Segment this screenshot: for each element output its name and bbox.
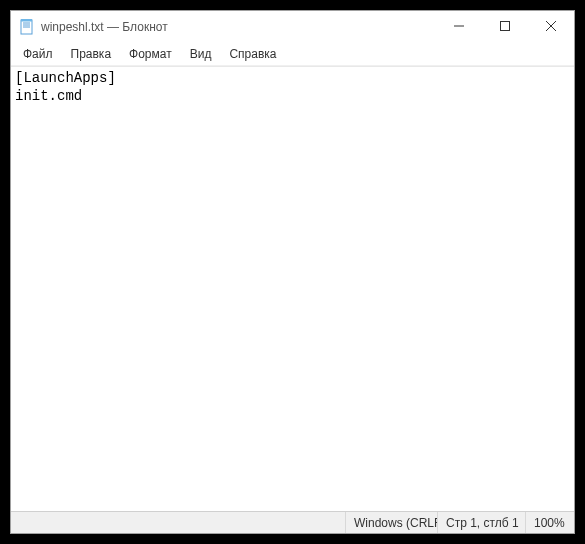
status-spacer xyxy=(11,512,346,533)
titlebar[interactable]: winpeshl.txt — Блокнот xyxy=(11,11,574,43)
maximize-button[interactable] xyxy=(482,11,528,41)
menu-edit[interactable]: Правка xyxy=(63,45,120,63)
statusbar: Windows (CRLF) Стр 1, стлб 1 100% xyxy=(11,511,574,533)
menu-format[interactable]: Формат xyxy=(121,45,180,63)
status-caret: Стр 1, стлб 1 xyxy=(438,512,526,533)
menu-view[interactable]: Вид xyxy=(182,45,220,63)
status-encoding: Windows (CRLF) xyxy=(346,512,438,533)
minimize-button[interactable] xyxy=(436,11,482,41)
editor-area xyxy=(11,66,574,511)
svg-rect-6 xyxy=(501,22,510,31)
text-editor[interactable] xyxy=(11,67,574,511)
notepad-window: winpeshl.txt — Блокнот Файл Правка Форма… xyxy=(10,10,575,534)
menu-file[interactable]: Файл xyxy=(15,45,61,63)
menubar: Файл Правка Формат Вид Справка xyxy=(11,43,574,66)
svg-rect-4 xyxy=(21,19,32,22)
window-controls xyxy=(436,11,574,43)
window-title: winpeshl.txt — Блокнот xyxy=(41,20,436,34)
close-button[interactable] xyxy=(528,11,574,41)
status-zoom: 100% xyxy=(526,512,574,533)
notepad-icon xyxy=(19,19,35,35)
menu-help[interactable]: Справка xyxy=(221,45,284,63)
